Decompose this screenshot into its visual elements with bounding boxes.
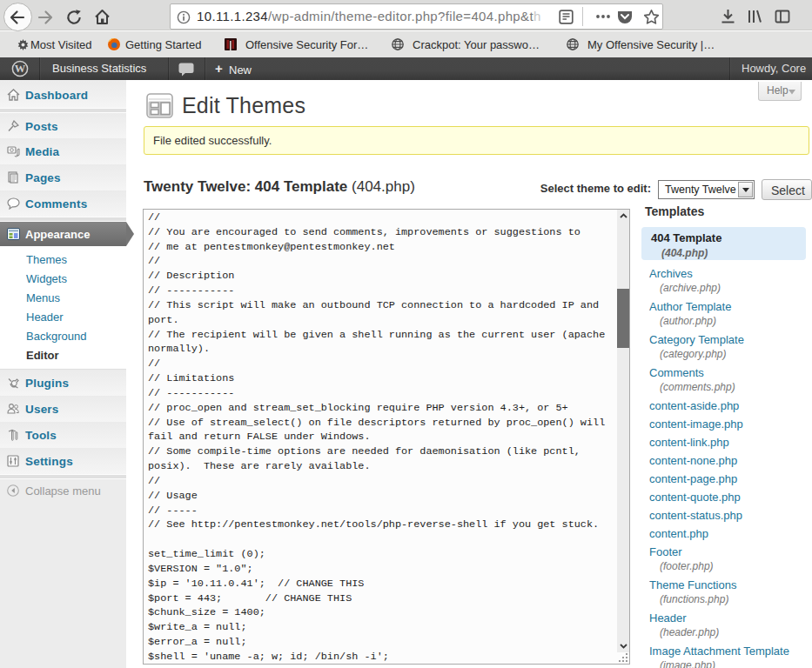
svg-text:W: W [15, 63, 26, 75]
